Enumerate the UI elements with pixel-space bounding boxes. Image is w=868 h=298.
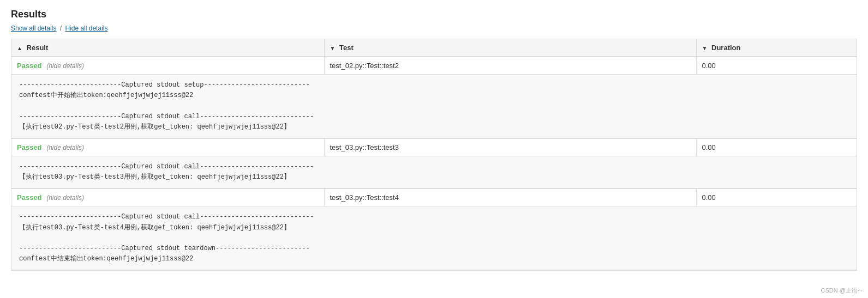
col-header-duration[interactable]: ▼ Duration [696, 39, 857, 57]
details-links-bar: Show all details / Hide all details [11, 25, 857, 32]
detail-row: --------------------------Captured stdou… [11, 206, 857, 270]
test-cell: test_03.py::Test::test4 [324, 188, 696, 206]
show-all-details-link[interactable]: Show all details [11, 25, 56, 32]
detail-content: --------------------------Captured stdou… [19, 80, 849, 132]
hide-details-label[interactable]: (hide details) [46, 144, 84, 151]
passed-label: Passed [17, 143, 42, 151]
result-cell: Passed (hide details) [11, 138, 325, 156]
detail-content: --------------------------Captured stdou… [19, 212, 849, 264]
results-table: ▲ Result ▼ Test ▼ Duration Passed (hide … [11, 39, 857, 271]
page-title: Results [11, 9, 857, 20]
hide-all-details-link[interactable]: Hide all details [65, 25, 107, 32]
duration-cell: 0.00 [696, 57, 857, 75]
detail-cell: --------------------------Captured stdou… [11, 206, 857, 270]
col-label-duration: Duration [711, 44, 740, 52]
hide-details-label[interactable]: (hide details) [46, 194, 84, 202]
passed-label: Passed [17, 62, 42, 70]
duration-cell: 0.00 [696, 188, 857, 206]
hide-details-label[interactable]: (hide details) [46, 62, 84, 70]
detail-cell: --------------------------Captured stdou… [11, 156, 857, 188]
duration-cell: 0.00 [696, 138, 857, 156]
table-row: Passed (hide details)test_03.py::Test::t… [11, 138, 857, 156]
detail-row: --------------------------Captured stdou… [11, 75, 857, 138]
table-row: Passed (hide details)test_03.py::Test::t… [11, 188, 857, 206]
test-cell: test_03.py::Test::test3 [324, 138, 696, 156]
sort-arrow-duration: ▼ [702, 45, 708, 51]
col-label-result: Result [27, 44, 49, 52]
result-cell: Passed (hide details) [11, 188, 325, 206]
sort-arrow-result: ▲ [17, 45, 22, 51]
separator: / [60, 25, 62, 32]
test-cell: test_02.py::Test::test2 [324, 57, 696, 75]
col-label-test: Test [339, 44, 354, 52]
result-cell: Passed (hide details) [11, 57, 325, 75]
detail-cell: --------------------------Captured stdou… [11, 75, 857, 138]
detail-content: --------------------------Captured stdou… [19, 162, 849, 183]
detail-row: --------------------------Captured stdou… [11, 156, 857, 188]
table-row: Passed (hide details)test_02.py::Test::t… [11, 57, 857, 75]
col-header-test[interactable]: ▼ Test [324, 39, 696, 57]
passed-label: Passed [17, 193, 42, 202]
table-body: Passed (hide details)test_02.py::Test::t… [11, 57, 857, 270]
table-header: ▲ Result ▼ Test ▼ Duration [11, 39, 857, 57]
col-header-result[interactable]: ▲ Result [11, 39, 325, 57]
sort-arrow-test: ▼ [330, 45, 336, 51]
